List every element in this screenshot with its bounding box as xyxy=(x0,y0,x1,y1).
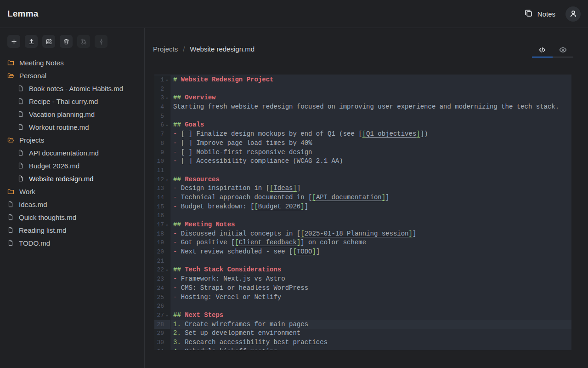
editor-line-content[interactable]: - Got positive [[Client feedback]] on co… xyxy=(170,238,571,247)
editor-line: 8- [ ] Improve page load times by 40% xyxy=(154,139,571,148)
sidebar-item-reading-list-md[interactable]: Reading list.md xyxy=(0,224,144,236)
editor-line-content[interactable]: 3. Research accessibility best practices xyxy=(170,338,571,347)
wiki-link[interactable]: Ideas xyxy=(273,184,293,192)
editor-line-content[interactable]: 2. Set up development environment xyxy=(170,329,571,338)
breadcrumb-folder[interactable]: Projects xyxy=(153,45,178,53)
new-note-button[interactable] xyxy=(7,35,20,48)
edit-button[interactable] xyxy=(42,35,55,48)
editor-line-content[interactable]: - [ ] Mobile-first responsive design xyxy=(170,148,571,157)
editor-gutter: 22⌄ xyxy=(154,265,170,275)
editor-line-content[interactable] xyxy=(170,85,571,94)
syntax-span: ## xyxy=(173,94,185,101)
tree-item-label: TODO.md xyxy=(19,239,50,247)
editor-line-content[interactable] xyxy=(170,211,571,220)
git-commit-icon xyxy=(98,38,105,45)
sidebar-item-ideas-md[interactable]: Ideas.md xyxy=(0,198,144,211)
editor-line-content[interactable]: # Website Redesign Project xyxy=(170,75,571,85)
editor-line-content[interactable]: 4. Schedule kickoff meeting xyxy=(170,347,571,350)
editor-line-content[interactable]: ## Overview xyxy=(170,93,571,103)
fold-arrow-icon[interactable]: ⌄ xyxy=(164,121,170,130)
editor-line-content[interactable]: - CMS: Strapi or headless WordPress xyxy=(170,284,571,293)
sidebar-item-recipe-thai-curry-md[interactable]: Recipe - Thai curry.md xyxy=(0,95,144,108)
syntax-span: 2. xyxy=(173,329,185,337)
wiki-link[interactable]: Budget 2026 xyxy=(258,203,300,210)
syntax-span: ] xyxy=(416,130,420,138)
editor-line-content[interactable]: ## Tech Stack Considerations xyxy=(170,265,571,275)
wiki-link[interactable]: Client feedback xyxy=(239,239,297,246)
editor-line-content[interactable]: ## Goals xyxy=(170,121,571,130)
wiki-link[interactable]: TODO xyxy=(297,248,312,255)
editor-line-content[interactable]: - Next review scheduled - see [[TODO]] xyxy=(170,247,571,257)
editor-line-content[interactable]: ## Next Steps xyxy=(170,311,571,320)
editor-line-content[interactable]: - [ ] Finalize design mockups by end of … xyxy=(170,130,571,139)
fold-arrow-icon[interactable]: ⌄ xyxy=(164,93,170,103)
syntax-span: ] xyxy=(382,194,385,201)
line-number: 4 xyxy=(154,103,164,112)
editor-line-content[interactable]: 1. Create wireframes for main pages xyxy=(170,320,571,329)
editor-line: 11 xyxy=(154,166,571,175)
syntax-span: [ ] Finalize design mockups by end of Q1… xyxy=(181,130,358,138)
syntax-span: 4. xyxy=(173,348,185,350)
code-view-tab[interactable] xyxy=(532,42,553,58)
sidebar-item-book-notes-atomic-habits-md[interactable]: Book notes - Atomic Habits.md xyxy=(0,82,144,95)
tree-item-label: Quick thoughts.md xyxy=(19,213,76,221)
editor-line-content[interactable]: ## Resources xyxy=(170,175,571,184)
sidebar-item-personal[interactable]: Personal xyxy=(0,69,144,82)
wiki-link[interactable]: 2025-01-18 Planning session xyxy=(305,230,409,237)
user-icon xyxy=(569,10,577,18)
editor-line-content[interactable]: - [ ] Improve page load times by 40% xyxy=(170,139,571,148)
editor-line-content[interactable] xyxy=(170,302,571,311)
editor-line-content[interactable]: - Framework: Next.js vs Astro xyxy=(170,275,571,284)
file-icon xyxy=(17,98,24,104)
fold-arrow-icon[interactable]: ⌄ xyxy=(164,175,170,184)
wiki-link[interactable]: Q1 objectives xyxy=(366,130,416,138)
editor-line-content[interactable] xyxy=(170,257,571,266)
editor-gutter: 30 xyxy=(154,338,170,347)
file-icon xyxy=(7,240,14,246)
notes-button[interactable]: Notes xyxy=(524,9,555,19)
sidebar-item-projects[interactable]: Projects xyxy=(0,133,144,146)
tree-item-label: Projects xyxy=(19,136,44,144)
sidebar-item-work[interactable]: Work xyxy=(0,185,144,198)
editor-line-content[interactable]: - Budget breakdown: [[Budget 2026]] xyxy=(170,202,571,212)
editor-line-content[interactable]: - Hosting: Vercel or Netlify xyxy=(170,293,571,302)
sidebar-item-budget-2026-md[interactable]: Budget 2026.md xyxy=(0,159,144,172)
editor-line-content[interactable]: Starting fresh website redesign focused … xyxy=(170,103,571,112)
line-number: 1 xyxy=(154,75,164,85)
sidebar-item-quick-thoughts-md[interactable]: Quick thoughts.md xyxy=(0,211,144,224)
preview-view-tab[interactable] xyxy=(553,42,573,58)
folder-closed-icon xyxy=(7,188,14,195)
wiki-link[interactable]: API documentation xyxy=(316,194,382,201)
editor-line-content[interactable]: - Discussed initial concepts in [[2025-0… xyxy=(170,230,571,239)
editor-line-content[interactable] xyxy=(170,112,571,121)
fold-arrow-icon[interactable]: ⌄ xyxy=(164,265,170,275)
user-avatar[interactable] xyxy=(565,6,581,22)
fold-arrow-icon[interactable]: ⌄ xyxy=(164,311,170,320)
syntax-span: Starting fresh website redesign focused … xyxy=(173,103,559,110)
syntax-span: Schedule kickoff meeting xyxy=(185,348,277,350)
editor-line-content[interactable]: - [ ] Accessibility compliance (WCAG 2.1… xyxy=(170,157,571,166)
line-number: 3 xyxy=(154,93,164,103)
sidebar-item-workout-routine-md[interactable]: Workout routine.md xyxy=(0,121,144,133)
sidebar-item-vacation-planning-md[interactable]: Vacation planning.md xyxy=(0,108,144,121)
editor-line-content[interactable]: - Design inspiration in [[Ideas]] xyxy=(170,184,571,193)
editor-line: 21 xyxy=(154,257,571,266)
editor-gutter: 1⌄ xyxy=(154,75,170,85)
sidebar-item-meeting-notes[interactable]: Meeting Notes xyxy=(0,56,144,69)
sidebar-item-website-redesign-md[interactable]: Website redesign.md xyxy=(0,172,144,185)
syntax-span: Discussed initial concepts in xyxy=(181,230,297,237)
sidebar-item-todo-md[interactable]: TODO.md xyxy=(0,236,144,249)
sidebar-item-api-documentation-md[interactable]: API documentation.md xyxy=(0,146,144,159)
fold-arrow-icon[interactable]: ⌄ xyxy=(164,220,170,230)
editor-line-content[interactable] xyxy=(170,166,571,175)
editor-line-content[interactable]: ## Meeting Notes xyxy=(170,220,571,230)
syntax-span: ## xyxy=(173,266,185,273)
editor-gutter: 31 xyxy=(154,347,170,350)
line-number: 17 xyxy=(154,220,164,230)
editor-line-content[interactable]: - Technical approach documented in [[API… xyxy=(170,193,571,202)
upload-button[interactable] xyxy=(25,35,38,48)
syntax-span: ] xyxy=(312,248,316,255)
markdown-editor[interactable]: 1⌄# Website Redesign Project23⌄## Overvi… xyxy=(154,75,571,350)
delete-button[interactable] xyxy=(60,35,73,48)
fold-arrow-icon[interactable]: ⌄ xyxy=(164,75,170,85)
